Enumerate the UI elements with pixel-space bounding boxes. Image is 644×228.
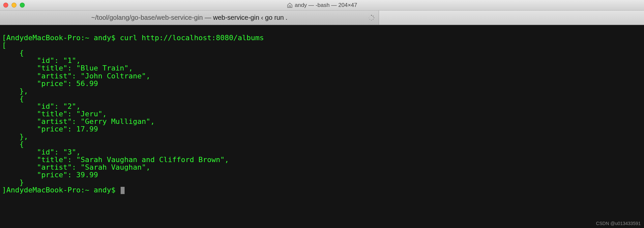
window-titlebar: andy — -bash — 204×47 bbox=[0, 0, 644, 11]
json-close: ] bbox=[2, 186, 6, 194]
obj-close: }, bbox=[2, 132, 28, 141]
prompt-bracket: [ bbox=[2, 34, 6, 42]
tab-active[interactable]: ~/tool/golang/go-base/web-service-gin — … bbox=[0, 11, 379, 25]
svg-point-5 bbox=[369, 19, 370, 20]
album-price: "price": 17.99 bbox=[2, 125, 98, 133]
terminal-output[interactable]: [AndydeMacBook-Pro:~ andy$ curl http://l… bbox=[0, 25, 644, 228]
window-title: andy — -bash — 204×47 bbox=[287, 2, 357, 9]
album-price: "price": 39.99 bbox=[2, 171, 98, 179]
home-icon bbox=[287, 2, 293, 8]
svg-point-3 bbox=[373, 19, 373, 19]
window-title-text: andy — -bash — 204×47 bbox=[295, 2, 357, 9]
traffic-lights bbox=[3, 3, 25, 8]
command-text: curl http://localhost:8080/albums bbox=[120, 34, 264, 42]
obj-open: { bbox=[2, 140, 24, 148]
album-price: "price": 56.99 bbox=[2, 79, 98, 88]
tab-bar-empty bbox=[379, 11, 644, 25]
loading-spinner-icon bbox=[368, 14, 375, 21]
album-id: "id": "2", bbox=[2, 102, 80, 110]
maximize-button[interactable] bbox=[20, 3, 25, 8]
album-artist: "artist": "Gerry Mulligan", bbox=[2, 117, 155, 126]
obj-close: } bbox=[2, 178, 24, 186]
svg-point-0 bbox=[371, 15, 372, 16]
obj-open: { bbox=[2, 95, 24, 103]
watermark-text: CSDN @u013433591 bbox=[596, 221, 641, 226]
album-title: "title": "Sarah Vaughan and Clifford Bro… bbox=[2, 156, 229, 164]
album-artist: "artist": "Sarah Vaughan", bbox=[2, 163, 150, 171]
cursor bbox=[121, 187, 125, 194]
album-id: "id": "3", bbox=[2, 148, 80, 156]
close-button[interactable] bbox=[3, 3, 8, 8]
svg-point-4 bbox=[371, 20, 372, 20]
album-artist: "artist": "John Coltrane", bbox=[2, 72, 150, 80]
svg-point-1 bbox=[373, 15, 374, 16]
prompt-host: AndydeMacBook-Pro:~ andy$ bbox=[6, 186, 115, 194]
album-title: "title": "Jeru", bbox=[2, 110, 107, 118]
album-title: "title": "Blue Train", bbox=[2, 64, 133, 72]
album-id: "id": "1", bbox=[2, 56, 80, 65]
tab-bar: ~/tool/golang/go-base/web-service-gin — … bbox=[0, 11, 644, 25]
minimize-button[interactable] bbox=[12, 3, 16, 8]
tab-command: web-service-gin ‹ go run . bbox=[213, 14, 288, 21]
svg-point-6 bbox=[369, 17, 369, 18]
svg-point-2 bbox=[373, 17, 374, 18]
obj-close: }, bbox=[2, 87, 28, 95]
json-open: [ bbox=[2, 41, 6, 49]
prompt-host: AndydeMacBook-Pro:~ andy$ bbox=[6, 34, 120, 42]
svg-point-7 bbox=[369, 16, 370, 16]
obj-open: { bbox=[2, 49, 24, 57]
tab-path-prefix: ~/tool/golang/go-base/web-service-gin — bbox=[91, 14, 213, 21]
